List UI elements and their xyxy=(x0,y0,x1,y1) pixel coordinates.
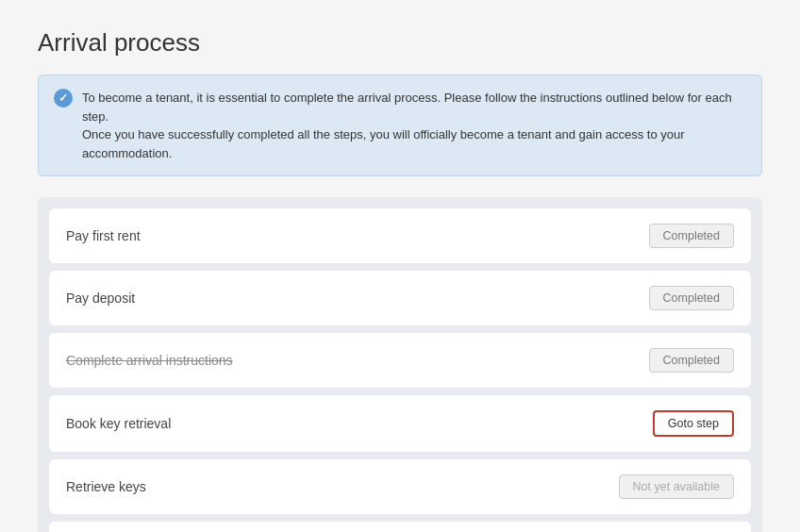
step-label-retrieve-keys: Retrieve keys xyxy=(66,479,146,494)
steps-container: Pay first rentCompletedPay depositComple… xyxy=(38,197,762,532)
banner-text: To become a tenant, it is essential to c… xyxy=(82,89,746,162)
step-goto-btn-book-key-retrieval[interactable]: Goto step xyxy=(653,410,734,437)
step-row-complete-arrival-instructions: Complete arrival instructionsCompleted xyxy=(49,333,751,388)
step-label-complete-arrival-instructions: Complete arrival instructions xyxy=(66,353,233,368)
step-completed-btn-pay-first-rent: Completed xyxy=(649,224,734,248)
step-label-pay-first-rent: Pay first rent xyxy=(66,228,141,243)
step-label-pay-deposit: Pay deposit xyxy=(66,291,135,306)
step-row-book-key-retrieval: Book key retrievalGoto step xyxy=(49,395,751,452)
step-completed-btn-pay-deposit: Completed xyxy=(649,286,734,310)
step-row-pay-deposit: Pay depositCompleted xyxy=(49,271,751,325)
step-row-pay-first-rent: Pay first rentCompleted xyxy=(49,208,751,263)
step-completed-btn-complete-arrival-instructions: Completed xyxy=(649,348,734,373)
info-banner: To become a tenant, it is essential to c… xyxy=(38,75,762,176)
banner-check-icon xyxy=(54,89,73,108)
step-row-retrieve-keys: Retrieve keysNot yet available xyxy=(49,459,751,514)
step-label-book-key-retrieval: Book key retrieval xyxy=(66,416,171,431)
page-title: Arrival process xyxy=(38,28,762,58)
step-row-complete-arrival-inspection: Complete arrival inspectionNot yet avail… xyxy=(49,522,751,532)
step-not-available-btn-retrieve-keys: Not yet available xyxy=(619,474,734,499)
page-container: Arrival process To become a tenant, it i… xyxy=(0,0,800,532)
